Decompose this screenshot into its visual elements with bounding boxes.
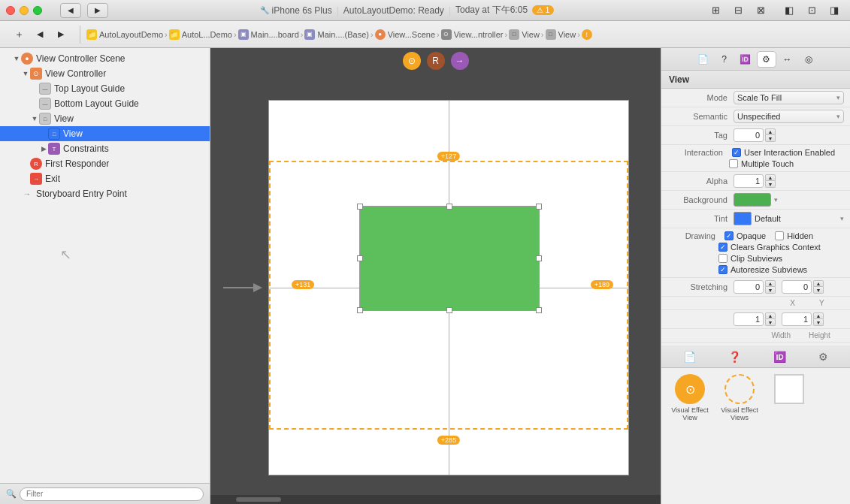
clip-subviews-checkbox[interactable] xyxy=(718,254,727,263)
alpha-value[interactable]: 1 xyxy=(734,174,764,188)
y-increment[interactable]: ▲ xyxy=(813,280,824,287)
handle-bc[interactable] xyxy=(446,307,452,313)
tag-decrement[interactable]: ▼ xyxy=(765,135,776,142)
handle-ml[interactable] xyxy=(357,255,363,261)
bc-view1[interactable]: □ View xyxy=(509,29,540,40)
bc-mainboard[interactable]: ▣ Main....board xyxy=(238,29,299,40)
sidebar-item-entry-point[interactable]: → Storyboard Entry Point xyxy=(0,186,210,201)
breadcrumb-warning[interactable]: ! xyxy=(582,29,592,40)
multiple-touch-checkbox[interactable] xyxy=(729,159,738,168)
disclosure-constraints[interactable] xyxy=(39,144,48,153)
mode-select[interactable]: Scale To Fill ▾ xyxy=(734,91,844,104)
scroll-thumb[interactable] xyxy=(236,497,281,502)
canvas-icon-responder[interactable]: R xyxy=(427,52,445,70)
nav-forward[interactable]: ▶ xyxy=(51,26,71,43)
background-select-arrow[interactable]: ▾ xyxy=(774,196,778,204)
alpha-increment[interactable]: ▲ xyxy=(765,174,776,181)
quick-help-icon[interactable]: ❓ xyxy=(728,351,741,363)
width-decrement[interactable]: ▼ xyxy=(765,319,776,326)
debug-toggle[interactable]: ⊡ xyxy=(802,2,821,19)
sidebar-item-first-responder[interactable]: R First Responder xyxy=(0,156,210,171)
tab-quick-help[interactable]: ? xyxy=(715,51,734,68)
nav-back[interactable]: ◀ xyxy=(30,26,50,43)
sidebar-item-constraints[interactable]: T Constraints xyxy=(0,141,210,156)
gear-insp-icon[interactable]: ⚙ xyxy=(818,351,828,363)
width-increment[interactable]: ▲ xyxy=(765,312,776,319)
autoresize-checkbox[interactable]: ✓ xyxy=(718,265,727,274)
lib-item-vc-dashed[interactable]: Visual Effect Views xyxy=(717,374,762,421)
tab-attributes[interactable]: ⚙ xyxy=(757,51,776,68)
tab-identity[interactable]: 🆔 xyxy=(736,51,755,68)
sidebar-item-bottom-guide[interactable]: — Bottom Layout Guide xyxy=(0,96,210,111)
canvas-icon-vc[interactable]: ⊙ xyxy=(403,52,421,70)
handle-mr[interactable] xyxy=(536,255,542,261)
navigator-toggle[interactable]: ◧ xyxy=(779,2,799,19)
height-decrement[interactable]: ▼ xyxy=(813,319,824,326)
tab-file[interactable]: 📄 xyxy=(694,51,713,68)
semantic-select[interactable]: Unspecified ▾ xyxy=(734,110,844,123)
width-value[interactable]: 1 xyxy=(734,312,764,326)
file-insp-icon[interactable]: 📄 xyxy=(683,351,696,363)
tint-select-arrow[interactable]: ▾ xyxy=(840,215,844,222)
tab-size[interactable]: ↔ xyxy=(778,51,797,68)
warning-badge[interactable]: ⚠ 1 xyxy=(532,5,554,15)
x-decrement[interactable]: ▼ xyxy=(765,287,776,294)
maximize-button[interactable] xyxy=(33,6,42,15)
h-scrollbar[interactable] xyxy=(210,495,661,504)
disclosure-vc-scene[interactable] xyxy=(12,54,21,63)
bc-scene[interactable]: ● View...Scene xyxy=(375,29,435,40)
sidebar-item-exit[interactable]: → Exit xyxy=(0,171,210,186)
height-value[interactable]: 1 xyxy=(782,312,812,326)
handle-tc[interactable] xyxy=(446,204,452,210)
handle-bl[interactable] xyxy=(357,307,363,313)
x-value[interactable]: 0 xyxy=(734,280,764,294)
y-decrement[interactable]: ▼ xyxy=(813,287,824,294)
opaque-checkbox[interactable]: ✓ xyxy=(724,231,734,240)
alpha-decrement[interactable]: ▼ xyxy=(765,181,776,188)
background-swatch[interactable] xyxy=(734,193,771,207)
version-button[interactable]: ⊠ xyxy=(751,2,770,19)
forward-button[interactable]: ▶ xyxy=(87,3,108,18)
split-view-button[interactable]: ⊞ xyxy=(706,2,725,19)
lib-item-white-box[interactable] xyxy=(767,374,812,421)
assistant-button[interactable]: ⊟ xyxy=(728,2,748,19)
bc-demo[interactable]: 📁 AutoL...Demo xyxy=(169,29,232,40)
y-stepper-btns: ▲ ▼ xyxy=(813,280,824,294)
filter-input[interactable] xyxy=(20,487,204,501)
tint-swatch[interactable] xyxy=(734,212,752,225)
canvas-area[interactable]: ⊙ R → xyxy=(210,48,661,504)
y-value[interactable]: 0 xyxy=(782,280,812,294)
tab-connections[interactable]: ◎ xyxy=(799,51,818,68)
storyboard-frame[interactable]: +127 +131 +189 xyxy=(268,100,629,475)
green-view[interactable] xyxy=(359,206,540,311)
handle-tr[interactable] xyxy=(536,204,542,210)
sidebar-item-top-guide[interactable]: — Top Layout Guide xyxy=(0,81,210,96)
tag-increment[interactable]: ▲ xyxy=(765,128,776,135)
disclosure-vc[interactable] xyxy=(21,69,30,78)
bc-mainbase[interactable]: ▣ Main....(Base) xyxy=(304,29,368,40)
sidebar-item-vc[interactable]: ⊙ View Controller xyxy=(0,66,210,81)
sidebar-item-view-parent[interactable]: □ View xyxy=(0,111,210,126)
hidden-checkbox[interactable] xyxy=(775,231,784,240)
disclosure-view-parent[interactable] xyxy=(30,114,39,123)
identity-insp-icon[interactable]: 🆔 xyxy=(773,351,786,363)
back-button[interactable]: ◀ xyxy=(60,3,81,18)
canvas-icon-exit[interactable]: → xyxy=(451,52,469,70)
handle-br[interactable] xyxy=(536,307,542,313)
sidebar-item-vc-scene[interactable]: ● View Controller Scene xyxy=(0,51,210,66)
bc-vc[interactable]: ⊙ View...ntroller xyxy=(441,29,504,40)
inspector-toggle[interactable]: ◨ xyxy=(824,2,844,19)
bc-autolayoutdemo[interactable]: 📁 AutoLayoutDemo xyxy=(86,29,163,40)
x-increment[interactable]: ▲ xyxy=(765,280,776,287)
bc-view2[interactable]: □ View xyxy=(546,29,576,40)
height-increment[interactable]: ▲ xyxy=(813,312,824,319)
sidebar-item-view-child[interactable]: □ View xyxy=(0,126,210,141)
tag-value[interactable]: 0 xyxy=(734,128,764,142)
close-button[interactable] xyxy=(6,6,15,15)
clears-graphics-checkbox[interactable]: ✓ xyxy=(718,243,727,252)
user-interaction-checkbox[interactable]: ✓ xyxy=(732,148,741,157)
handle-tl[interactable] xyxy=(357,204,363,210)
lib-item-vc-solid[interactable]: ⊙ Visual Effect View xyxy=(667,374,712,421)
minimize-button[interactable] xyxy=(20,6,29,15)
add-button[interactable]: ＋ xyxy=(9,26,29,43)
